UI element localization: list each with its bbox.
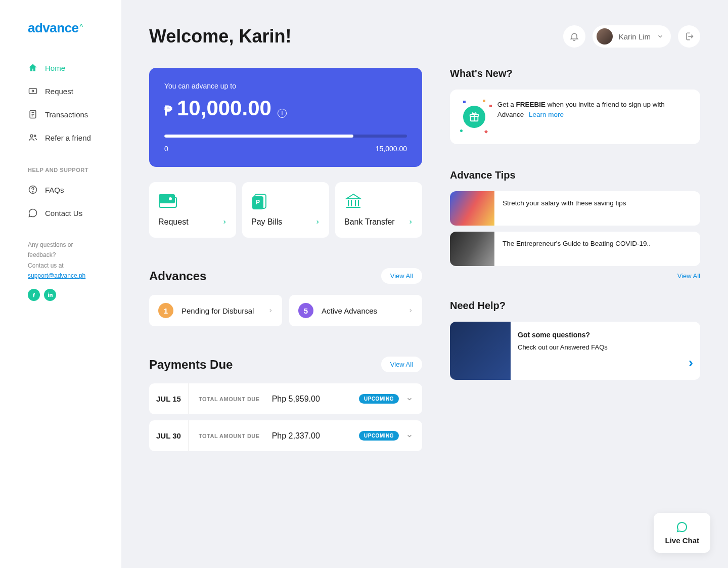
tip-thumbnail <box>450 232 494 266</box>
svg-point-1 <box>32 90 33 92</box>
main-content: Welcome, Karin! Karin Lim You can advanc… <box>121 0 728 471</box>
advances-title: Advances <box>149 269 206 283</box>
sidebar: advance^ Home Request Transactions Refer… <box>0 0 121 568</box>
payment-amount: Php 2,337.00 <box>272 431 320 441</box>
nav-item-home[interactable]: Home <box>15 56 106 79</box>
logout-button[interactable] <box>678 25 700 48</box>
main-nav: Home Request Transactions Refer a friend <box>0 56 121 149</box>
bills-icon: P <box>251 193 271 208</box>
brand-logo[interactable]: advance^ <box>0 20 121 56</box>
payments-title: Payments Due <box>149 358 233 372</box>
footer-line: Any questions or feedback? <box>28 240 94 260</box>
advance-limit-card: You can advance up to ₱ 10,000.00 i 0 15… <box>149 68 422 167</box>
chevron-right-icon <box>268 307 273 314</box>
request-icon <box>28 86 38 96</box>
nav-label: Refer a friend <box>45 134 91 142</box>
nav-label: Contact Us <box>45 209 82 217</box>
live-chat-widget[interactable]: Live Chat <box>654 513 710 553</box>
chip-active[interactable]: 5 Active Advances <box>289 295 422 326</box>
nav-label: Home <box>45 64 65 72</box>
help-thumbnail <box>450 322 511 380</box>
brand-name: advance <box>28 20 79 35</box>
info-icon[interactable]: i <box>278 109 287 118</box>
nav-item-faqs[interactable]: FAQs <box>15 178 106 201</box>
header-actions: Karin Lim <box>563 25 700 48</box>
svg-rect-0 <box>29 89 37 94</box>
tips-view-all[interactable]: View All <box>450 272 700 280</box>
status-badge: UPCOMING <box>359 394 399 404</box>
faqs-icon <box>28 185 38 195</box>
due-label: TOTAL AMOUNT DUE <box>199 396 260 402</box>
freebie-text: Get a FREEBIE when you invite a friend t… <box>497 100 690 134</box>
tip-text: The Entrepreneur's Guide to Beating COVI… <box>494 232 659 266</box>
nav-item-contact[interactable]: Contact Us <box>15 201 106 225</box>
status-badge: UPCOMING <box>359 431 399 441</box>
support-email-link[interactable]: support@advance.ph <box>28 272 85 279</box>
whats-new-card: Get a FREEBIE when you invite a friend t… <box>450 90 700 144</box>
chip-count: 1 <box>158 303 173 318</box>
help-card[interactable]: Got some questions? Check out our Answer… <box>450 322 700 380</box>
chip-label: Pending for Disbursal <box>181 307 260 315</box>
svg-text:P: P <box>256 199 260 206</box>
range-min: 0 <box>164 145 168 153</box>
payment-amount: Php 5,959.00 <box>272 395 320 404</box>
bank-icon <box>344 193 365 208</box>
svg-point-7 <box>34 135 36 137</box>
payment-date: JUL 15 <box>149 383 189 414</box>
chevron-right-icon <box>222 219 227 226</box>
chip-label: Active Advances <box>322 307 400 315</box>
payments-view-all[interactable]: View All <box>381 357 422 372</box>
advance-chips: 1 Pending for Disbursal 5 Active Advance… <box>149 295 422 326</box>
payment-row[interactable]: JUL 30 TOTAL AMOUNT DUE Php 2,337.00 UPC… <box>149 420 422 451</box>
whats-new-title: What's New? <box>450 68 700 79</box>
advances-view-all[interactable]: View All <box>381 268 422 284</box>
payment-date: JUL 30 <box>149 420 189 451</box>
svg-rect-13 <box>159 194 175 203</box>
help-title: Need Help? <box>450 300 700 312</box>
chevron-down-icon <box>657 33 664 40</box>
action-request[interactable]: Request <box>149 182 236 238</box>
action-label: Bank Transfer <box>344 217 395 227</box>
transactions-icon <box>28 109 38 119</box>
tip-card[interactable]: Stretch your salary with these saving ti… <box>450 191 700 226</box>
action-label: Request <box>158 217 189 227</box>
payment-row[interactable]: JUL 15 TOTAL AMOUNT DUE Php 5,959.00 UPC… <box>149 383 422 414</box>
nav-item-transactions[interactable]: Transactions <box>15 103 106 126</box>
tips-list: Stretch your salary with these saving ti… <box>450 191 700 266</box>
action-bank-transfer[interactable]: Bank Transfer <box>335 182 422 238</box>
due-label: TOTAL AMOUNT DUE <box>199 433 260 439</box>
notifications-button[interactable] <box>563 25 585 48</box>
social-links <box>0 281 121 309</box>
arrow-right-icon: › <box>689 355 693 371</box>
brand-accent-icon: ^ <box>80 23 83 31</box>
tip-thumbnail <box>450 191 494 226</box>
avatar <box>597 28 613 45</box>
user-menu[interactable]: Karin Lim <box>593 25 671 48</box>
chevron-down-icon <box>406 432 413 440</box>
limit-progress-bar <box>164 135 407 138</box>
chevron-down-icon <box>406 396 413 403</box>
action-pay-bills[interactable]: P Pay Bills <box>242 182 329 238</box>
tip-card[interactable]: The Entrepreneur's Guide to Beating COVI… <box>450 232 700 266</box>
learn-more-link[interactable]: Learn more <box>529 111 564 118</box>
chat-label: Live Chat <box>665 536 699 545</box>
tip-text: Stretch your salary with these saving ti… <box>494 191 634 226</box>
facebook-icon[interactable] <box>28 289 40 301</box>
chevron-right-icon <box>408 307 413 314</box>
svg-point-9 <box>32 192 33 192</box>
quick-actions: Request P Pay Bills <box>149 182 422 238</box>
linkedin-icon[interactable] <box>44 289 56 301</box>
tips-title: Advance Tips <box>450 169 700 181</box>
page-title: Welcome, Karin! <box>149 26 291 47</box>
contact-icon <box>28 208 38 218</box>
chip-pending[interactable]: 1 Pending for Disbursal <box>149 295 282 326</box>
nav-item-refer[interactable]: Refer a friend <box>15 126 106 149</box>
nav-item-request[interactable]: Request <box>15 79 106 103</box>
svg-point-14 <box>169 197 172 200</box>
hero-label: You can advance up to <box>164 82 407 90</box>
page-header: Welcome, Karin! Karin Lim <box>149 25 700 48</box>
advance-amount: 10,000.00 <box>177 96 271 120</box>
chat-icon <box>676 521 688 533</box>
svg-point-11 <box>48 292 49 293</box>
wallet-icon <box>158 193 178 208</box>
